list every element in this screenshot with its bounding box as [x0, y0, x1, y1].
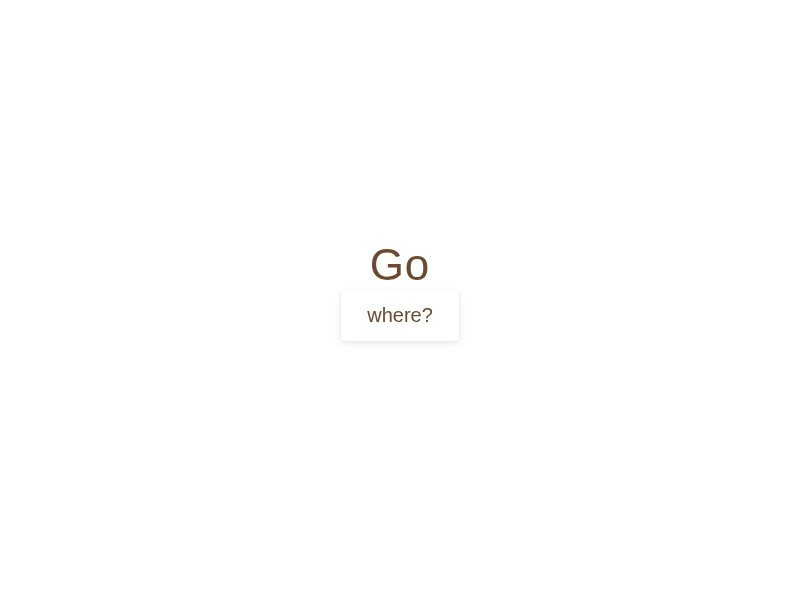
page-title: Go [370, 240, 431, 290]
main-container: Go where? [341, 240, 459, 341]
where-button[interactable]: where? [341, 290, 459, 341]
